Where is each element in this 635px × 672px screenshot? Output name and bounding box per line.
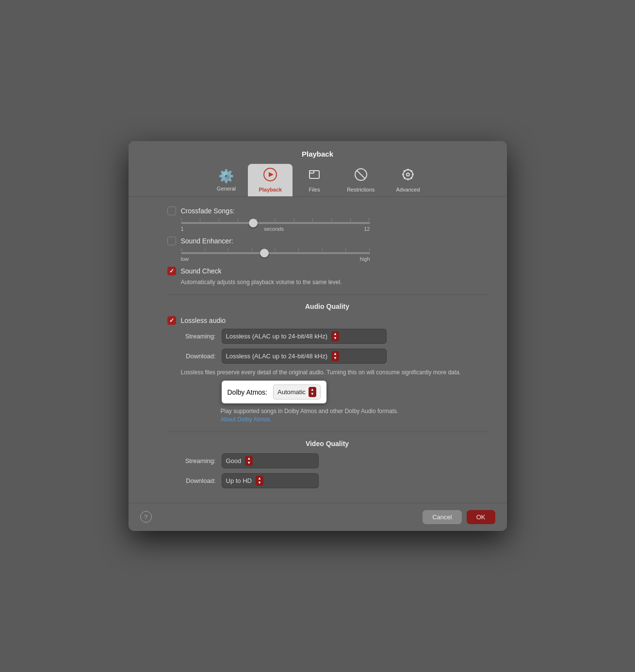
tab-files-label: Files — [309, 187, 320, 192]
dialog-footer: ? Cancel OK — [129, 503, 507, 531]
video-download-value: Up to HD — [226, 477, 252, 484]
tab-general-label: General — [217, 186, 236, 192]
crossfade-label: Crossfade Songs: — [181, 207, 235, 215]
sound-check-checkbox[interactable] — [167, 267, 176, 275]
svg-point-7 — [407, 173, 409, 176]
audio-download-label: Download: — [167, 352, 216, 360]
tick — [275, 248, 276, 251]
dolby-row: Dolby Atmos: Automatic ▲ ▼ — [167, 381, 488, 403]
restrictions-icon — [354, 168, 368, 185]
preferences-dialog: Playback ⚙️ General Playback — [129, 141, 507, 530]
advanced-icon — [401, 168, 415, 185]
audio-download-spinner[interactable]: ▲ ▼ — [331, 351, 339, 361]
sound-enhancer-label: Sound Enhancer: — [181, 237, 233, 245]
tick — [298, 248, 299, 251]
sound-check-section: Sound Check Automatically adjusts song p… — [167, 267, 488, 287]
tick — [369, 218, 369, 221]
crossfade-slider-labels: 1 seconds 12 — [181, 226, 370, 232]
audio-quality-heading: Audio Quality — [167, 303, 488, 310]
tick — [350, 218, 351, 221]
toolbar: ⚙️ General Playback — [129, 164, 507, 197]
tick — [205, 248, 205, 251]
up-arrow: ▲ — [333, 352, 337, 356]
tick — [238, 218, 238, 221]
svg-rect-3 — [309, 171, 314, 173]
sound-enhancer-row: Sound Enhancer: — [167, 237, 488, 245]
tick — [219, 218, 219, 221]
files-icon — [308, 168, 321, 185]
video-streaming-spinner[interactable]: ▲ ▼ — [245, 456, 253, 466]
playback-icon — [263, 168, 277, 185]
video-download-label: Download: — [167, 477, 216, 484]
tab-advanced[interactable]: Advanced — [386, 164, 431, 196]
crossfade-checkbox[interactable] — [167, 207, 176, 215]
tab-playback[interactable]: Playback — [248, 164, 293, 196]
help-label: ? — [144, 513, 147, 521]
crossfade-unit: seconds — [184, 226, 364, 232]
lossless-desc: Lossless files preserve every detail of … — [181, 368, 488, 377]
tick — [331, 218, 332, 221]
tick — [369, 248, 370, 251]
dolby-desc: Play supported songs in Dolby Atmos and … — [221, 407, 488, 424]
up-arrow: ▲ — [258, 477, 261, 480]
dolby-spinner[interactable]: ▲ ▼ — [309, 387, 316, 397]
sound-check-label: Sound Check — [181, 267, 222, 275]
svg-marker-1 — [269, 172, 274, 177]
audio-download-row: Download: Lossless (ALAC up to 24-bit/48… — [167, 349, 488, 364]
sound-enhancer-section: Sound Enhancer: low — [167, 237, 488, 262]
tick — [275, 218, 276, 221]
tab-playback-label: Playback — [259, 187, 282, 192]
dolby-value: Automatic — [277, 388, 306, 396]
dolby-desc-text: Play supported songs in Dolby Atmos and … — [221, 408, 399, 415]
audio-streaming-select[interactable]: Lossless (ALAC up to 24-bit/48 kHz) ▲ ▼ — [222, 329, 387, 344]
down-arrow: ▼ — [247, 461, 251, 465]
down-arrow: ▼ — [333, 356, 337, 360]
sound-enhancer-slider[interactable] — [181, 252, 370, 254]
ok-button[interactable]: OK — [467, 510, 495, 524]
sound-check-row: Sound Check — [167, 267, 488, 275]
tab-advanced-label: Advanced — [396, 187, 420, 192]
video-streaming-select[interactable]: Good ▲ ▼ — [222, 453, 319, 468]
video-download-row: Download: Up to HD ▲ ▼ — [167, 473, 488, 488]
tab-restrictions-label: Restrictions — [347, 187, 374, 192]
help-button[interactable]: ? — [140, 511, 152, 523]
video-quality-section: Video Quality Streaming: Good ▲ ▼ Downlo… — [167, 440, 488, 488]
tick — [322, 248, 323, 251]
dolby-highlight: Dolby Atmos: Automatic ▲ ▼ — [222, 381, 326, 403]
audio-streaming-label: Streaming: — [167, 333, 216, 340]
crossfade-slider[interactable] — [181, 222, 370, 224]
tab-restrictions[interactable]: Restrictions — [336, 164, 385, 196]
video-download-spinner[interactable]: ▲ ▼ — [256, 476, 263, 486]
dolby-select[interactable]: Automatic ▲ ▼ — [273, 384, 321, 400]
divider-2 — [167, 432, 488, 432]
video-download-select[interactable]: Up to HD ▲ ▼ — [222, 473, 319, 488]
lossless-label: Lossless audio — [181, 317, 226, 324]
footer-buttons: Cancel OK — [423, 510, 495, 524]
sound-enhancer-checkbox[interactable] — [167, 237, 176, 245]
tick — [252, 248, 252, 251]
up-arrow: ▲ — [247, 457, 251, 461]
dolby-label: Dolby Atmos: — [228, 388, 267, 396]
sound-enhancer-min: low — [181, 256, 189, 262]
audio-download-select[interactable]: Lossless (ALAC up to 24-bit/48 kHz) ▲ ▼ — [222, 349, 387, 364]
crossfade-tick-marks — [181, 218, 370, 221]
dolby-link[interactable]: About Dolby Atmos. — [221, 416, 272, 423]
crossfade-section: Crossfade Songs: — [167, 207, 488, 232]
lossless-checkbox[interactable] — [167, 316, 176, 325]
sound-enhancer-tick-marks — [181, 248, 370, 251]
tab-files[interactable]: Files — [293, 164, 336, 196]
tick — [228, 248, 228, 251]
tick — [181, 248, 182, 251]
sound-enhancer-labels: low high — [181, 256, 370, 262]
tab-general[interactable]: ⚙️ General — [204, 165, 248, 195]
crossfade-slider-container: 1 seconds 12 — [181, 218, 488, 232]
dialog-header: Playback ⚙️ General Playback — [129, 141, 507, 197]
down-arrow: ▼ — [333, 336, 337, 340]
video-streaming-label: Streaming: — [167, 457, 216, 464]
tick — [181, 218, 182, 221]
dialog-title: Playback — [129, 150, 507, 158]
svg-line-5 — [357, 171, 365, 178]
audio-streaming-spinner[interactable]: ▲ ▼ — [331, 331, 339, 341]
cancel-button[interactable]: Cancel — [423, 510, 461, 524]
lossless-audio-row: Lossless audio — [167, 316, 488, 325]
